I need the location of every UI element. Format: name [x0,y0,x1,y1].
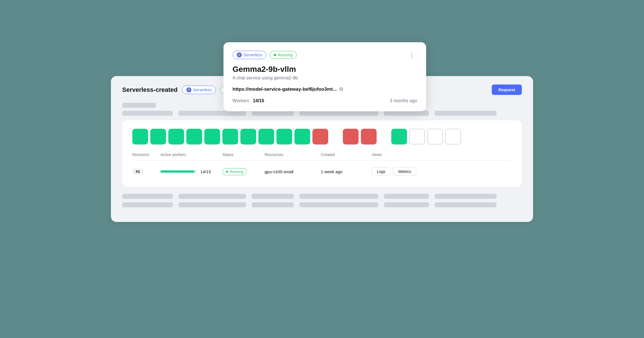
bottom-skeletons [122,194,522,207]
worker-block-green-5 [204,129,220,144]
popup-url-row: https://model-service-gateway-bef6jufoo3… [232,86,417,92]
skeleton-row-1 [122,103,156,108]
logs-button[interactable]: Logs [372,167,391,176]
request-button[interactable]: Request [492,84,522,95]
cell-revision: #1 [132,168,160,175]
skeleton-group-1 [122,111,522,116]
worker-block-red-3 [361,129,377,144]
workers-count: 14/15 [200,169,211,174]
worker-block-green-8 [258,129,274,144]
header-resources: Resources [265,152,321,157]
green-workers-group [132,129,328,144]
progress-bar-fill [160,170,194,173]
popup-header-row: ⚡ Serverless Running ⋮ [232,50,417,60]
progress-bar-bg [160,170,197,173]
popup-title: Gemma2-9b-vllm [232,65,417,74]
red-workers-group [343,129,377,144]
table-row: #1 14/15 Running gpu-v100 [132,164,512,179]
header-status: Status [222,152,265,157]
progress-wrapper: 14/15 [160,169,211,174]
worker-block-green-10 [294,129,310,144]
popup-running-badge: Running [270,51,297,59]
cell-workers: 14/15 [160,169,222,174]
cell-created: 1 week ago [321,169,372,174]
workers-row [132,129,512,144]
copy-url-button[interactable]: ⧉ [339,86,343,92]
status-pill: Running [222,168,247,175]
worker-block-green-1 [132,129,148,144]
skeleton-group-3 [122,202,522,207]
cell-views: Logs Metrics [372,167,428,176]
header-revisions: Revisions [132,152,160,157]
worker-block-green-3 [168,129,184,144]
status-label: Running [230,170,243,174]
more-options-button[interactable]: ⋮ [406,50,417,60]
worker-block-green-9 [276,129,292,144]
main-card-title: Serverless-created [122,86,178,94]
worker-block-green-4 [186,129,202,144]
worker-block-green-6 [222,129,238,144]
cell-resources: gpu-v100-small [265,169,321,174]
popup-card: ⚡ Serverless Running ⋮ Gemma2-9b-vllm A … [223,42,426,111]
lightning-icon: ⚡ [186,87,191,92]
worker-block-empty-3 [445,129,461,144]
popup-time-ago: 3 months ago [390,98,417,103]
worker-block-green-2 [150,129,166,144]
metrics-button[interactable]: Metrics [393,167,416,176]
status-dot [226,171,228,173]
table-header: Revisions Active workers Status Resource… [132,152,512,161]
header-created: Created [321,152,372,157]
worker-block-red-1 [312,129,328,144]
popup-subtitle: A chat service using gemma2-9b [232,75,417,81]
mixed-workers-group [391,129,461,144]
worker-block-red-2 [343,129,359,144]
popup-url: https://model-service-gateway-bef6jufoo3… [232,86,337,92]
worker-block-empty-2 [427,129,443,144]
worker-block-green-11 [391,129,407,144]
header-views: Views [372,152,428,157]
header-active-workers: Active workers [160,152,222,157]
worker-block-empty-1 [409,129,425,144]
worker-block-green-7 [240,129,256,144]
popup-lightning-icon: ⚡ [237,52,242,57]
popup-serverless-badge: ⚡ Serverless [232,51,266,59]
inner-card: Revisions Active workers Status Resource… [122,120,522,187]
popup-workers-label: Workers 14/15 [232,98,264,103]
cell-status: Running [222,168,265,175]
popup-meta-row: Workers 14/15 3 months ago [232,98,417,103]
skeleton-group-2 [122,194,522,199]
popup-running-dot [274,54,276,56]
revision-badge: #1 [132,168,144,175]
serverless-badge: ⚡ Serverless [182,86,216,94]
